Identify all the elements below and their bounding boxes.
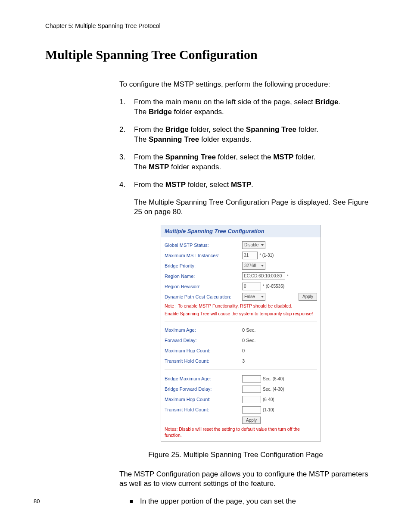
input-transmit-hold-count[interactable] [242, 406, 261, 414]
select-global-mstp-status[interactable]: Disable [242, 241, 265, 249]
select-dynamic-path-cost[interactable]: False [242, 293, 265, 301]
label-max-hop-count-edit: Maximum Hop Count: [165, 396, 242, 403]
hint-region-name: * [287, 273, 289, 280]
divider-2 [165, 370, 317, 370]
input-bridge-forward-delay[interactable] [242, 386, 261, 393]
label-max-hop-count: Maximum Hop Count: [165, 348, 242, 354]
apply-button-bottom[interactable]: Apply [242, 417, 261, 424]
hint-region-revision: * (0-65535) [263, 283, 284, 289]
step-2: From the Bridge folder, select the Spann… [119, 125, 369, 145]
label-dynamic-path-cost: Dynamic Path Cost Calculation: [165, 294, 242, 300]
figure-caption: Figure 25. Multiple Spanning Tree Config… [102, 450, 369, 460]
apply-button-top[interactable]: Apply [299, 293, 317, 301]
label-maximum-age: Maximum Age: [165, 327, 242, 333]
step-4: From the MSTP folder, select MSTP. The M… [119, 180, 369, 442]
select-bridge-priority[interactable]: 32768 [242, 262, 265, 270]
hint-max-hop-count: (6-40) [263, 397, 274, 403]
chapter-header: Chapter 5: Multiple Spanning Tree Protoc… [45, 22, 381, 29]
value-forward-delay: 0 Sec. [242, 337, 255, 344]
procedure-steps: From the main menu on the left side of t… [119, 97, 369, 442]
label-transmit-hold-count: Transmit Hold Count: [165, 358, 242, 364]
bullet-item: ■ In the upper portion of the page, you … [130, 497, 369, 507]
hint-bridge-max-age: Sec. (6-40) [263, 376, 284, 382]
hint-transmit-hold-count: (1-10) [263, 407, 274, 413]
input-max-hop-count[interactable] [242, 396, 261, 404]
label-max-mst-instances: Maximum MST Instances: [165, 252, 242, 259]
figure-25: Multiple Spanning Tree Configuration Glo… [161, 225, 369, 441]
intro-paragraph: To configure the MSTP settings, perform … [119, 80, 369, 90]
input-region-revision[interactable]: 0 [242, 283, 261, 290]
input-max-mst-instances[interactable]: 31 [242, 252, 258, 259]
label-bridge-priority: Bridge Priority: [165, 263, 242, 269]
step-4-note: The Multiple Spanning Tree Configuration… [134, 198, 369, 218]
value-max-hop-count: 0 [242, 348, 245, 354]
value-maximum-age: 0 Sec. [242, 327, 255, 333]
figure-panel-title: Multiple Spanning Tree Configuration [161, 225, 321, 237]
note-stop-response: Enable Spanning Tree will cause the syst… [165, 311, 317, 317]
step-3: From the Spanning Tree folder, select th… [119, 152, 369, 172]
label-transmit-hold-count-edit: Transmit Hold Count: [165, 407, 242, 413]
divider-1 [165, 321, 317, 321]
hint-max-mst-instances: * (1-31) [259, 252, 274, 258]
label-bridge-forward-delay: Bridge Forward Delay: [165, 386, 242, 392]
step-1: From the main menu on the left side of t… [119, 97, 369, 117]
section-title: Multiple Spanning Tree Configuration [45, 47, 381, 64]
value-transmit-hold-count: 3 [242, 358, 245, 364]
post-caption-paragraph: The MSTP Configuration page allows you t… [119, 470, 369, 489]
hint-bridge-forward-delay: Sec. (4-30) [263, 386, 284, 392]
bullet-icon: ■ [130, 497, 140, 507]
page-number: 80 [34, 498, 40, 504]
input-bridge-max-age[interactable] [242, 375, 261, 383]
label-region-name: Region Name: [165, 273, 242, 280]
note-rstp-disabled: Note : To enable MSTP Functionality, RST… [165, 303, 317, 309]
label-region-revision: Region Revision: [165, 283, 242, 290]
label-forward-delay: Forward Delay: [165, 337, 242, 344]
label-global-mstp-status: Global MSTP Status: [165, 242, 242, 249]
label-bridge-max-age: Bridge Maximum Age: [165, 376, 242, 382]
input-region-name[interactable]: EC:CD:6D:10:00:80 [242, 272, 285, 280]
note-disable-reset: Notes: Disable will reset the setting to… [165, 426, 317, 438]
bullet-text: In the upper portion of the page, you ca… [140, 497, 296, 507]
